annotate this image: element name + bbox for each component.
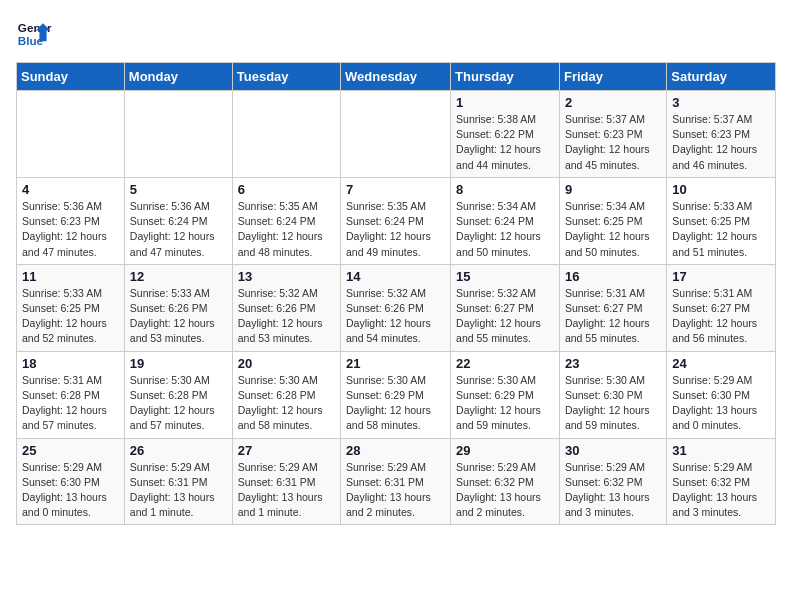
day-number: 20: [238, 356, 335, 371]
day-info: Sunrise: 5:32 AM Sunset: 6:26 PM Dayligh…: [346, 286, 445, 347]
day-info: Sunrise: 5:31 AM Sunset: 6:28 PM Dayligh…: [22, 373, 119, 434]
week-row-2: 4Sunrise: 5:36 AM Sunset: 6:23 PM Daylig…: [17, 177, 776, 264]
day-info: Sunrise: 5:31 AM Sunset: 6:27 PM Dayligh…: [565, 286, 661, 347]
week-row-3: 11Sunrise: 5:33 AM Sunset: 6:25 PM Dayli…: [17, 264, 776, 351]
day-number: 25: [22, 443, 119, 458]
day-info: Sunrise: 5:35 AM Sunset: 6:24 PM Dayligh…: [346, 199, 445, 260]
day-number: 29: [456, 443, 554, 458]
day-cell: 13Sunrise: 5:32 AM Sunset: 6:26 PM Dayli…: [232, 264, 340, 351]
weekday-row: SundayMondayTuesdayWednesdayThursdayFrid…: [17, 63, 776, 91]
day-number: 4: [22, 182, 119, 197]
calendar-body: 1Sunrise: 5:38 AM Sunset: 6:22 PM Daylig…: [17, 91, 776, 525]
day-number: 7: [346, 182, 445, 197]
day-info: Sunrise: 5:30 AM Sunset: 6:30 PM Dayligh…: [565, 373, 661, 434]
day-cell: [17, 91, 125, 178]
day-info: Sunrise: 5:30 AM Sunset: 6:29 PM Dayligh…: [346, 373, 445, 434]
day-info: Sunrise: 5:29 AM Sunset: 6:31 PM Dayligh…: [346, 460, 445, 521]
day-info: Sunrise: 5:34 AM Sunset: 6:24 PM Dayligh…: [456, 199, 554, 260]
day-number: 15: [456, 269, 554, 284]
weekday-header-tuesday: Tuesday: [232, 63, 340, 91]
day-cell: 9Sunrise: 5:34 AM Sunset: 6:25 PM Daylig…: [559, 177, 666, 264]
day-number: 12: [130, 269, 227, 284]
day-number: 6: [238, 182, 335, 197]
day-number: 22: [456, 356, 554, 371]
day-cell: 30Sunrise: 5:29 AM Sunset: 6:32 PM Dayli…: [559, 438, 666, 525]
day-number: 1: [456, 95, 554, 110]
day-cell: 20Sunrise: 5:30 AM Sunset: 6:28 PM Dayli…: [232, 351, 340, 438]
day-cell: 15Sunrise: 5:32 AM Sunset: 6:27 PM Dayli…: [451, 264, 560, 351]
day-number: 28: [346, 443, 445, 458]
week-row-1: 1Sunrise: 5:38 AM Sunset: 6:22 PM Daylig…: [17, 91, 776, 178]
day-cell: 3Sunrise: 5:37 AM Sunset: 6:23 PM Daylig…: [667, 91, 776, 178]
day-info: Sunrise: 5:38 AM Sunset: 6:22 PM Dayligh…: [456, 112, 554, 173]
day-info: Sunrise: 5:32 AM Sunset: 6:27 PM Dayligh…: [456, 286, 554, 347]
weekday-header-friday: Friday: [559, 63, 666, 91]
day-number: 10: [672, 182, 770, 197]
day-info: Sunrise: 5:36 AM Sunset: 6:24 PM Dayligh…: [130, 199, 227, 260]
day-cell: 7Sunrise: 5:35 AM Sunset: 6:24 PM Daylig…: [341, 177, 451, 264]
week-row-5: 25Sunrise: 5:29 AM Sunset: 6:30 PM Dayli…: [17, 438, 776, 525]
day-info: Sunrise: 5:29 AM Sunset: 6:32 PM Dayligh…: [565, 460, 661, 521]
day-cell: 12Sunrise: 5:33 AM Sunset: 6:26 PM Dayli…: [124, 264, 232, 351]
day-info: Sunrise: 5:37 AM Sunset: 6:23 PM Dayligh…: [565, 112, 661, 173]
day-cell: 26Sunrise: 5:29 AM Sunset: 6:31 PM Dayli…: [124, 438, 232, 525]
day-number: 26: [130, 443, 227, 458]
day-number: 2: [565, 95, 661, 110]
day-cell: [232, 91, 340, 178]
weekday-header-wednesday: Wednesday: [341, 63, 451, 91]
day-info: Sunrise: 5:35 AM Sunset: 6:24 PM Dayligh…: [238, 199, 335, 260]
day-number: 31: [672, 443, 770, 458]
day-number: 17: [672, 269, 770, 284]
day-info: Sunrise: 5:30 AM Sunset: 6:29 PM Dayligh…: [456, 373, 554, 434]
day-cell: 6Sunrise: 5:35 AM Sunset: 6:24 PM Daylig…: [232, 177, 340, 264]
day-cell: 23Sunrise: 5:30 AM Sunset: 6:30 PM Dayli…: [559, 351, 666, 438]
day-number: 27: [238, 443, 335, 458]
day-cell: 28Sunrise: 5:29 AM Sunset: 6:31 PM Dayli…: [341, 438, 451, 525]
day-cell: 16Sunrise: 5:31 AM Sunset: 6:27 PM Dayli…: [559, 264, 666, 351]
day-number: 23: [565, 356, 661, 371]
weekday-header-saturday: Saturday: [667, 63, 776, 91]
day-info: Sunrise: 5:29 AM Sunset: 6:31 PM Dayligh…: [238, 460, 335, 521]
weekday-header-sunday: Sunday: [17, 63, 125, 91]
day-info: Sunrise: 5:29 AM Sunset: 6:32 PM Dayligh…: [456, 460, 554, 521]
day-cell: 14Sunrise: 5:32 AM Sunset: 6:26 PM Dayli…: [341, 264, 451, 351]
day-cell: 11Sunrise: 5:33 AM Sunset: 6:25 PM Dayli…: [17, 264, 125, 351]
day-info: Sunrise: 5:34 AM Sunset: 6:25 PM Dayligh…: [565, 199, 661, 260]
week-row-4: 18Sunrise: 5:31 AM Sunset: 6:28 PM Dayli…: [17, 351, 776, 438]
day-cell: 22Sunrise: 5:30 AM Sunset: 6:29 PM Dayli…: [451, 351, 560, 438]
day-info: Sunrise: 5:32 AM Sunset: 6:26 PM Dayligh…: [238, 286, 335, 347]
day-number: 16: [565, 269, 661, 284]
logo: General Blue: [16, 16, 52, 52]
day-number: 21: [346, 356, 445, 371]
day-number: 11: [22, 269, 119, 284]
page-header: General Blue: [16, 16, 776, 52]
day-number: 14: [346, 269, 445, 284]
day-cell: 5Sunrise: 5:36 AM Sunset: 6:24 PM Daylig…: [124, 177, 232, 264]
day-cell: 1Sunrise: 5:38 AM Sunset: 6:22 PM Daylig…: [451, 91, 560, 178]
day-info: Sunrise: 5:29 AM Sunset: 6:32 PM Dayligh…: [672, 460, 770, 521]
weekday-header-thursday: Thursday: [451, 63, 560, 91]
day-number: 3: [672, 95, 770, 110]
day-number: 9: [565, 182, 661, 197]
day-number: 19: [130, 356, 227, 371]
day-cell: 17Sunrise: 5:31 AM Sunset: 6:27 PM Dayli…: [667, 264, 776, 351]
day-info: Sunrise: 5:30 AM Sunset: 6:28 PM Dayligh…: [238, 373, 335, 434]
day-cell: 18Sunrise: 5:31 AM Sunset: 6:28 PM Dayli…: [17, 351, 125, 438]
day-number: 8: [456, 182, 554, 197]
day-cell: 8Sunrise: 5:34 AM Sunset: 6:24 PM Daylig…: [451, 177, 560, 264]
logo-icon: General Blue: [16, 16, 52, 52]
day-cell: 19Sunrise: 5:30 AM Sunset: 6:28 PM Dayli…: [124, 351, 232, 438]
day-number: 24: [672, 356, 770, 371]
day-number: 18: [22, 356, 119, 371]
day-cell: [341, 91, 451, 178]
day-cell: 29Sunrise: 5:29 AM Sunset: 6:32 PM Dayli…: [451, 438, 560, 525]
day-info: Sunrise: 5:29 AM Sunset: 6:30 PM Dayligh…: [672, 373, 770, 434]
day-info: Sunrise: 5:31 AM Sunset: 6:27 PM Dayligh…: [672, 286, 770, 347]
day-info: Sunrise: 5:37 AM Sunset: 6:23 PM Dayligh…: [672, 112, 770, 173]
day-info: Sunrise: 5:30 AM Sunset: 6:28 PM Dayligh…: [130, 373, 227, 434]
day-cell: 27Sunrise: 5:29 AM Sunset: 6:31 PM Dayli…: [232, 438, 340, 525]
weekday-header-monday: Monday: [124, 63, 232, 91]
calendar-header: SundayMondayTuesdayWednesdayThursdayFrid…: [17, 63, 776, 91]
day-cell: 4Sunrise: 5:36 AM Sunset: 6:23 PM Daylig…: [17, 177, 125, 264]
day-cell: 2Sunrise: 5:37 AM Sunset: 6:23 PM Daylig…: [559, 91, 666, 178]
